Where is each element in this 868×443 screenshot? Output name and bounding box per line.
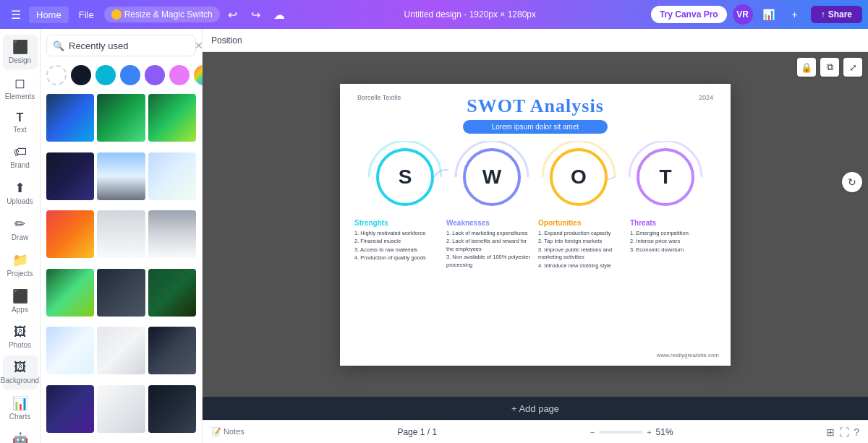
copy-icon[interactable]: ⧉ [820,58,839,77]
strengths-item-4: 4. Production of quality goods [354,254,441,262]
sidebar-item-brand[interactable]: 🏷 Brand [3,140,38,174]
weaknesses-item-3: 3. Non available of 100% polyester proce… [446,254,532,269]
notes-label: Notes [224,427,244,436]
weaknesses-item-1: 1. Lack of marketing expenditures [446,230,532,238]
image-thumb-5[interactable] [97,152,145,200]
opportunities-item-1: 1. Expand production capacity [538,230,624,238]
help-icon[interactable]: ? [854,426,859,438]
blue-swatch[interactable] [120,65,140,85]
threats-section: Threats 1. Emerging competition 2. Inten… [627,219,719,271]
sidebar-label-text: Text [13,126,26,134]
add-page-bar[interactable]: + Add page [203,397,868,420]
image-thumb-9[interactable] [148,210,196,258]
sidebar-item-apps[interactable]: ⬛ Apps [3,284,38,319]
search-input[interactable] [69,40,190,51]
image-thumb-8[interactable] [97,210,145,258]
image-thumb-15[interactable] [148,327,196,374]
undo-button[interactable]: ↩ [223,8,243,22]
strengths-title: Strenghts [354,219,441,227]
teal-swatch[interactable] [95,65,116,85]
resize-label: Resize & Magic Switch [124,9,213,20]
home-button[interactable]: Home [29,7,69,23]
year-label: 2024 [699,94,713,101]
image-thumb-18[interactable] [148,385,196,433]
image-thumb-2[interactable] [97,94,145,142]
fullscreen-icon[interactable]: ⛶ [839,426,849,438]
redo-button[interactable]: ↪ [246,8,266,22]
sidebar-label-projects: Projects [7,270,33,278]
sidebar-label-design: Design [9,56,31,65]
strengths-item-2: 2. Financial muscle [354,238,441,246]
notes-button[interactable]: 📝 Notes [211,427,244,436]
pink-swatch[interactable] [169,65,190,85]
image-thumb-3[interactable] [148,94,196,142]
sidebar-item-draw[interactable]: ✏ Draw [3,212,38,246]
canvas-area: Position 🔒 ⧉ ⤢ ↻ Borcelle Textile 2024 S… [203,29,868,443]
ai-icon: 🤖 [12,431,28,443]
footer-left: 📝 Notes [211,427,244,436]
image-thumb-10[interactable] [46,269,94,317]
image-thumb-16[interactable] [46,385,94,433]
share-button[interactable]: ↑ Share [811,6,862,23]
sidebar-item-elements[interactable]: ◻ Elements [3,71,38,106]
sidebar-item-ai[interactable]: 🤖 D-ID AI Pre... [3,427,38,443]
threats-title: Threats [630,219,716,227]
refresh-button[interactable]: ↻ [842,172,862,192]
sidebar-item-projects[interactable]: 📁 Projects [3,248,38,283]
search-bar[interactable]: 🔍 ✕ [46,35,196,56]
sections-row: Strenghts 1. Highly motivated workforce … [340,213,731,271]
sidebar-item-charts[interactable]: 📊 Charts [3,391,38,426]
image-thumb-12[interactable] [148,269,196,317]
strengths-section: Strenghts 1. Highly motivated workforce … [352,219,443,271]
footer-right: ⊞ ⛶ ? [826,426,859,438]
text-icon: T [17,111,24,124]
zoom-slider[interactable] [599,431,642,434]
charts-icon: 📊 [12,395,28,411]
design-canvas[interactable]: Borcelle Textile 2024 SWOT Analysis Lore… [340,84,731,366]
avatar[interactable]: VR [733,4,753,25]
image-thumb-1[interactable] [46,94,94,142]
image-thumb-7[interactable] [46,210,94,258]
sidebar-item-design[interactable]: ⬛ Design [3,35,38,69]
footer-url: www.reallygreatsite.com [657,352,719,358]
image-thumb-13[interactable] [46,327,94,374]
image-thumb-4[interactable] [46,152,94,200]
sidebar-label-draw: Draw [12,233,28,242]
sidebar-item-text[interactable]: T Text [3,107,38,139]
design-icon: ⬛ [12,39,28,55]
t-circle-wrap: T [622,141,709,213]
image-thumb-17[interactable] [97,385,145,433]
image-thumb-6[interactable] [148,152,196,200]
image-thumb-11[interactable] [97,269,145,317]
black-swatch[interactable] [71,65,91,85]
zoom-in-button[interactable]: + [647,428,651,436]
lock-icon[interactable]: 🔒 [797,58,816,77]
strengths-item-3: 3. Access to raw materials [354,246,441,254]
expand-icon[interactable]: ⤢ [843,58,862,77]
menu-icon[interactable]: ☰ [6,8,26,22]
add-collaborator-button[interactable]: + [785,4,805,25]
sidebar-item-photos[interactable]: 🖼 Photos [3,320,38,354]
images-grid [41,91,202,443]
sidebar-item-uploads[interactable]: ⬆ Uploads [3,176,38,210]
purple-swatch[interactable] [145,65,165,85]
try-pro-button[interactable]: Try Canva Pro [651,6,727,23]
topbar: ☰ Home File Resize & Magic Switch ↩ ↪ ☁ … [0,0,868,29]
transparent-swatch[interactable] [46,65,67,85]
canvas-main[interactable]: 🔒 ⧉ ⤢ ↻ Borcelle Textile 2024 SWOT Analy… [203,52,868,397]
grid-view-icon[interactable]: ⊞ [826,426,835,438]
opportunities-item-3: 3. Improve public relations and marketin… [538,246,624,262]
footer: 📝 Notes Page 1 / 1 − + 51% ⊞ ⛶ ? [203,420,868,443]
file-button[interactable]: File [72,7,101,23]
weaknesses-section: Weaknesses 1. Lack of marketing expendit… [443,219,535,271]
zoom-out-button[interactable]: − [590,428,595,436]
threats-item-3: 3. Economic downturn [630,246,716,254]
w-circle-wrap: W [448,141,535,213]
left-panel: 🔍 ✕ [41,29,203,443]
resize-magic-button[interactable]: Resize & Magic Switch [104,7,220,22]
add-page-button[interactable]: + Add page [511,403,559,414]
analytics-button[interactable]: 📊 [759,4,779,25]
o-circle: O [550,148,608,206]
image-thumb-14[interactable] [97,327,145,374]
sidebar-item-background[interactable]: 🖼 Background [3,356,38,390]
